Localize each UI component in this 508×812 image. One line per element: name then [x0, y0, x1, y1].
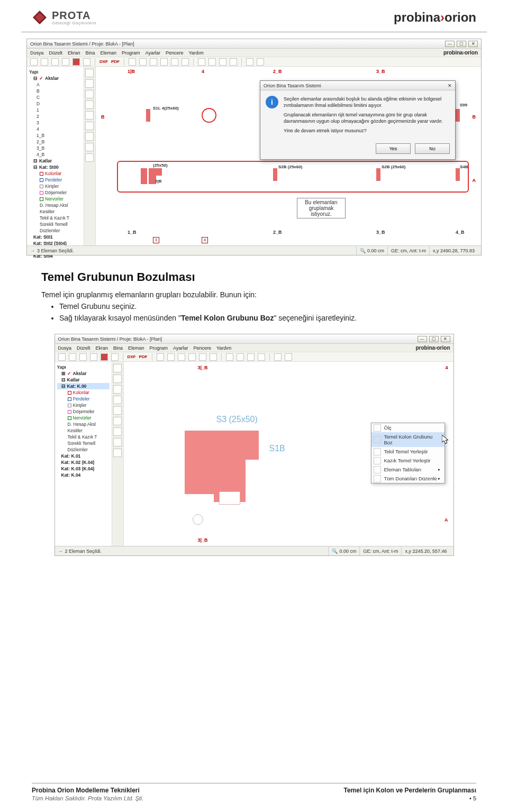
- kat-item[interactable]: Düzlemler: [57, 446, 110, 453]
- maximize-button[interactable]: ▢: [429, 336, 439, 342]
- kat-item[interactable]: Kesitler: [57, 427, 110, 434]
- toolbar-icon[interactable]: [247, 353, 255, 361]
- menu-bina[interactable]: Bina: [86, 50, 95, 56]
- minimize-button[interactable]: —: [418, 336, 427, 342]
- kat-item[interactable]: Perdeler: [57, 396, 110, 402]
- akslar-header[interactable]: ⊟ ✓Akslar: [29, 75, 81, 81]
- vt-icon[interactable]: [85, 101, 94, 109]
- menu-duzelt[interactable]: Düzelt: [77, 345, 90, 351]
- menu-dosya[interactable]: Dosya: [30, 50, 44, 56]
- toolbar-icon[interactable]: [199, 353, 206, 361]
- kat-item[interactable]: Düzlemler: [29, 227, 81, 234]
- context-item-boz[interactable]: Temel Kolon Grubunu Boz: [371, 432, 444, 447]
- vt-icon[interactable]: [113, 364, 122, 372]
- kat-item[interactable]: Kesitler: [29, 208, 81, 215]
- aks-item[interactable]: 3_B: [29, 145, 81, 151]
- toolbar-icon[interactable]: [258, 353, 265, 361]
- menu-yardim[interactable]: Yardım: [216, 345, 231, 351]
- aks-item[interactable]: 2_B: [29, 139, 81, 145]
- aks-item[interactable]: 4: [29, 126, 81, 132]
- minimize-button[interactable]: —: [445, 41, 455, 47]
- vt-icon[interactable]: [113, 417, 122, 425]
- aks-item[interactable]: 1: [29, 107, 81, 113]
- menu-program[interactable]: Program: [122, 50, 140, 56]
- vt-icon[interactable]: [85, 90, 94, 98]
- close-button[interactable]: ✕: [468, 41, 478, 47]
- kat0[interactable]: ⊟ Kat: K.00: [57, 383, 110, 389]
- katlar-header[interactable]: ⊟ Katlar: [29, 158, 81, 164]
- toolbar-icon[interactable]: [237, 353, 244, 361]
- toolbar-icon[interactable]: [150, 58, 157, 66]
- kat-item[interactable]: Tekil & Kazık T: [29, 215, 81, 221]
- menu-ayarlar[interactable]: Ayarlar: [173, 345, 188, 351]
- kat3[interactable]: Kat: K.03 (K.04): [57, 466, 110, 472]
- context-item-tablolari[interactable]: Eleman Tabloları▸: [371, 465, 444, 474]
- menu-ekran[interactable]: Ekran: [68, 50, 80, 56]
- toolbar-icon[interactable]: [62, 58, 69, 66]
- toolbar-icon[interactable]: [246, 58, 253, 66]
- toolbar-icon[interactable]: [51, 58, 59, 66]
- menu-ekran[interactable]: Ekran: [96, 345, 108, 351]
- menu-pencere[interactable]: Pencere: [193, 345, 211, 351]
- vt-icon[interactable]: [85, 122, 94, 130]
- dialog-close-button[interactable]: ✕: [448, 83, 452, 88]
- toolbar-icon[interactable]: [226, 353, 233, 361]
- vt-icon[interactable]: [85, 69, 94, 77]
- kat4[interactable]: Kat: K.04: [57, 472, 110, 478]
- akslar-header[interactable]: ⊞ ✓Akslar: [57, 370, 110, 377]
- kat-item[interactable]: D. Hesap Aksl: [57, 421, 110, 427]
- aks-item[interactable]: C: [29, 94, 81, 101]
- kat-item[interactable]: Nervürler: [57, 415, 110, 421]
- toolbar-icon[interactable]: [72, 58, 80, 66]
- canvas[interactable]: 1|B 4 2_B 3_B B A B S1L 4(25x60) S99 (25…: [96, 67, 481, 245]
- toolbar-icon[interactable]: [90, 353, 97, 361]
- vt-icon[interactable]: [85, 111, 94, 120]
- menu-program[interactable]: Program: [150, 345, 168, 351]
- menu-eleman[interactable]: Eleman: [101, 50, 117, 56]
- kat-item[interactable]: Sürekli Temell: [29, 221, 81, 227]
- toolbar-icon[interactable]: [160, 58, 168, 66]
- vt-icon[interactable]: [113, 375, 122, 383]
- vt-icon[interactable]: [113, 438, 122, 446]
- kat-item[interactable]: Döşemeler: [29, 189, 81, 196]
- toolbar-icon[interactable]: [79, 353, 87, 361]
- context-item-kazik[interactable]: Kazık Temel Yerleştir: [371, 456, 444, 465]
- toolbar-icon[interactable]: [210, 353, 217, 361]
- vt-icon[interactable]: [113, 406, 122, 415]
- kat-item[interactable]: Sürekli Temell: [57, 440, 110, 446]
- menu-ayarlar[interactable]: Ayarlar: [146, 50, 160, 56]
- pdf-label[interactable]: PDF: [139, 354, 148, 359]
- toolbar-icon[interactable]: [230, 58, 237, 66]
- kat-item[interactable]: Perdeler: [29, 177, 81, 183]
- vt-icon[interactable]: [85, 132, 94, 141]
- context-item-tekil[interactable]: Tekil Temel Yerleştir: [371, 447, 444, 456]
- tree-root[interactable]: Yapı: [57, 364, 110, 370]
- toolbar-icon[interactable]: [69, 353, 76, 361]
- kat-item[interactable]: Kirişler: [29, 183, 81, 189]
- toolbar-icon[interactable]: [188, 353, 196, 361]
- vt-icon[interactable]: [113, 385, 122, 394]
- vt-icon[interactable]: [85, 153, 94, 162]
- katlar-header[interactable]: ⊟ Katlar: [57, 377, 110, 383]
- aks-item[interactable]: 4_B: [29, 151, 81, 158]
- toolbar-icon[interactable]: [101, 353, 108, 361]
- dialog-yes-button[interactable]: Yes: [376, 143, 411, 154]
- pdf-label[interactable]: PDF: [111, 59, 120, 64]
- close-button[interactable]: ✕: [441, 336, 450, 342]
- aks-item[interactable]: B: [29, 88, 81, 94]
- aks-item[interactable]: 1_B: [29, 132, 81, 139]
- aks-item[interactable]: 3: [29, 120, 81, 126]
- toolbar-icon[interactable]: [208, 58, 216, 66]
- vt-icon[interactable]: [113, 396, 122, 404]
- toolbar-icon[interactable]: [30, 58, 38, 66]
- toolbar-icon[interactable]: [58, 353, 66, 361]
- dxf-label[interactable]: DXF: [99, 59, 108, 64]
- kat-item[interactable]: D. Hesap Aksl: [29, 202, 81, 208]
- aks-item[interactable]: A: [29, 81, 81, 88]
- menu-eleman[interactable]: Eleman: [128, 345, 144, 351]
- toolbar-icon[interactable]: [219, 58, 226, 66]
- kat-item[interactable]: Kolonlar: [29, 170, 81, 177]
- toolbar-icon[interactable]: [171, 58, 178, 66]
- toolbar-icon[interactable]: [285, 353, 292, 361]
- kat1[interactable]: Kat: K.01: [57, 453, 110, 459]
